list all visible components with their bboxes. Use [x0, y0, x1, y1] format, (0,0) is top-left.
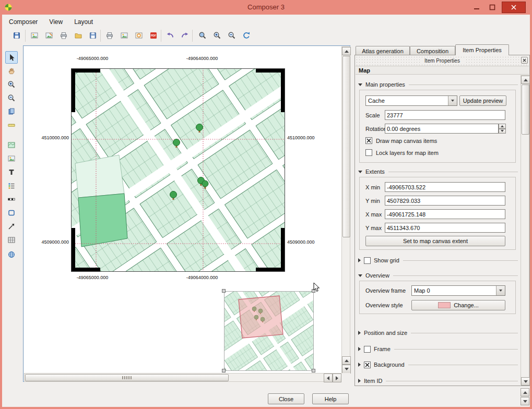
- ymin-input[interactable]: [385, 196, 505, 206]
- vertical-scroll-thumb[interactable]: [342, 56, 350, 237]
- scroll-up-button[interactable]: [342, 47, 351, 55]
- main-properties-title: Main properties: [365, 81, 405, 88]
- horizontal-scroll-thumb[interactable]: [25, 374, 229, 381]
- panel-scroll-down-button[interactable]: [521, 377, 530, 386]
- measure-icon[interactable]: [5, 119, 18, 131]
- maximize-button[interactable]: [484, 2, 500, 13]
- scale-label: Scale: [365, 112, 380, 118]
- panel-scroll-up-button[interactable]: [521, 76, 530, 84]
- canvas-horizontal-scrollbar[interactable]: [24, 373, 341, 382]
- zoom-out-tool-icon[interactable]: [5, 92, 18, 104]
- frame-section[interactable]: Frame: [358, 345, 518, 353]
- zoom-in-icon[interactable]: [211, 29, 223, 42]
- overview-title: Overview: [365, 272, 389, 279]
- menubar: Composer View Layout: [4, 16, 98, 28]
- select-move-item-icon[interactable]: [5, 51, 18, 64]
- spin-down-icon[interactable]: [499, 129, 506, 134]
- rotation-spinner[interactable]: [499, 124, 506, 134]
- xmax-input[interactable]: [385, 209, 505, 219]
- spin-up-icon[interactable]: [499, 124, 506, 129]
- load-template-icon[interactable]: [72, 29, 85, 42]
- zoom-out-icon[interactable]: [226, 29, 238, 42]
- overview-frame-combobox[interactable]: Map 0: [411, 285, 505, 296]
- lock-layers-checkbox[interactable]: [365, 149, 372, 156]
- main-properties-header[interactable]: Main properties: [358, 81, 518, 88]
- selection-handle-bottom-right[interactable]: [312, 369, 315, 372]
- export-svg-icon[interactable]: [133, 29, 145, 42]
- scroll-down-button[interactable]: [342, 365, 351, 374]
- tab-atlas-generation[interactable]: Atlas generation: [356, 46, 410, 55]
- rotation-input[interactable]: [385, 124, 499, 134]
- background-checkbox[interactable]: [364, 362, 371, 368]
- position-and-size-section[interactable]: Position and size: [358, 329, 518, 336]
- add-map-icon[interactable]: [5, 139, 18, 151]
- panel-extra-scroll-down-button[interactable]: [521, 397, 529, 405]
- overview-header[interactable]: Overview: [358, 272, 518, 279]
- collapse-arrow-icon: [358, 171, 362, 173]
- add-basic-shape-icon[interactable]: [5, 207, 18, 219]
- tab-composition[interactable]: Composition: [410, 46, 455, 55]
- panel-scroll-thumb[interactable]: [522, 85, 529, 135]
- move-item-content-icon[interactable]: [5, 65, 18, 77]
- frame-checkbox[interactable]: [364, 346, 371, 353]
- export-as-image-icon[interactable]: [28, 29, 41, 42]
- overview-frame-value: Map 0: [412, 287, 496, 294]
- export-pdf-icon[interactable]: PDF: [147, 29, 160, 42]
- preview-mode-combobox[interactable]: Cache: [365, 95, 457, 106]
- add-label-icon[interactable]: [5, 166, 18, 178]
- export-image-icon[interactable]: [118, 29, 131, 42]
- scroll-up-button-2[interactable]: [342, 356, 351, 365]
- xmin-input[interactable]: [385, 182, 505, 192]
- add-scalebar-icon[interactable]: [5, 193, 18, 206]
- extents-header[interactable]: Extents: [358, 168, 518, 175]
- selection-handle-top-left[interactable]: [222, 289, 226, 293]
- item-id-section[interactable]: Item ID: [358, 377, 518, 384]
- background-label: Background: [374, 362, 405, 368]
- dock-close-icon[interactable]: [521, 57, 528, 64]
- selection-handle-bottom-left[interactable]: [222, 369, 226, 372]
- add-legend-icon[interactable]: [5, 179, 18, 192]
- add-html-frame-icon[interactable]: [5, 248, 18, 261]
- composition-page[interactable]: -49065000.000 -49064000.000 -49065000.00…: [24, 46, 341, 373]
- canvas-vertical-scrollbar[interactable]: [341, 46, 350, 373]
- undo-icon[interactable]: [164, 29, 176, 42]
- menu-layout[interactable]: Layout: [69, 17, 98, 27]
- show-grid-section[interactable]: Show grid: [358, 257, 518, 264]
- export-as-svg-icon[interactable]: [43, 29, 55, 42]
- background-section[interactable]: Background: [358, 361, 518, 368]
- draw-canvas-items-checkbox[interactable]: [365, 137, 372, 144]
- scroll-right-button[interactable]: [333, 374, 341, 382]
- combo-arrow-icon: [448, 96, 457, 105]
- add-image-icon[interactable]: [5, 152, 18, 165]
- panel-scrollbar[interactable]: [521, 75, 529, 385]
- menu-composer[interactable]: Composer: [4, 17, 42, 27]
- add-attribute-table-icon[interactable]: [5, 234, 18, 246]
- print-icon[interactable]: [57, 29, 70, 42]
- save-icon[interactable]: [10, 29, 23, 42]
- show-grid-checkbox[interactable]: [364, 257, 371, 264]
- zoom-full-icon[interactable]: [196, 29, 209, 42]
- close-window-button[interactable]: [502, 2, 526, 13]
- print-composition-icon[interactable]: [103, 29, 116, 42]
- ymax-input[interactable]: [385, 223, 505, 233]
- scroll-left-button[interactable]: [324, 374, 333, 382]
- tab-item-properties[interactable]: Item Properties: [455, 44, 509, 55]
- overview-style-change-button[interactable]: Change...: [411, 300, 505, 310]
- refresh-icon[interactable]: [240, 29, 253, 42]
- overview-map-item[interactable]: [224, 291, 314, 371]
- add-new-map-icon[interactable]: [5, 105, 18, 118]
- update-preview-button[interactable]: Update preview: [459, 95, 506, 106]
- redo-icon[interactable]: [179, 29, 191, 42]
- set-to-map-canvas-extent-button[interactable]: Set to map canvas extent: [365, 236, 505, 246]
- change-button-label: Change...: [454, 302, 479, 308]
- add-arrow-icon[interactable]: [5, 220, 18, 233]
- scale-input[interactable]: [385, 110, 505, 120]
- save-template-icon[interactable]: [87, 29, 99, 42]
- map-item[interactable]: [71, 68, 285, 272]
- menu-view[interactable]: View: [44, 17, 67, 27]
- help-button[interactable]: Help: [312, 393, 349, 404]
- minimize-button[interactable]: [469, 2, 484, 13]
- panel-extra-scroll-up-button[interactable]: [521, 388, 529, 396]
- close-button[interactable]: Close: [268, 393, 304, 404]
- zoom-in-tool-icon[interactable]: [5, 78, 18, 91]
